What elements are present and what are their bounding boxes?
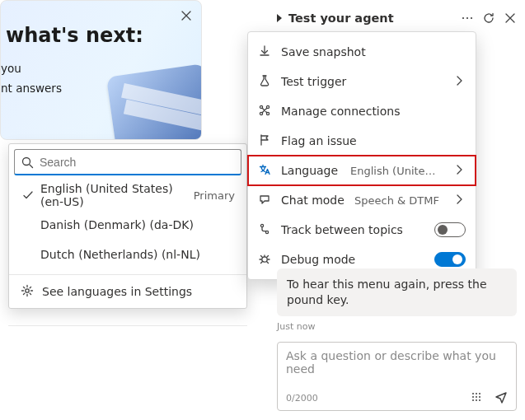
svg-point-1 [26,288,29,292]
menu-language[interactable]: Language English (United … [248,156,476,185]
panel-title: Test your agent [288,12,454,25]
test-agent-menu: Save snapshot Test trigger Manage connec… [247,31,476,280]
close-icon[interactable] [180,9,193,26]
see-languages-label: See languages in Settings [42,285,192,298]
language-option-tag: Primary [189,189,235,202]
language-option-label: English (United States) (en-US) [35,182,189,208]
flag-icon [258,133,271,149]
track-icon [258,222,271,238]
debug-mode-toggle[interactable] [434,252,466,267]
menu-test-trigger[interactable]: Test trigger [248,67,476,96]
language-current-value: English (United … [350,165,439,177]
svg-point-11 [262,256,267,261]
refresh-icon[interactable] [482,12,495,25]
svg-point-2 [462,17,464,19]
track-topics-toggle[interactable] [434,222,466,237]
chevron-right-icon [452,163,466,179]
download-icon [258,44,271,60]
chevron-right-icon [452,74,466,90]
check-icon [21,189,35,202]
search-icon [21,156,34,172]
bug-icon [258,252,271,268]
divider [8,325,247,326]
language-option[interactable]: Dutch (Netherlands) (nl-NL) [9,240,246,269]
language-option[interactable]: English (United States) (en-US) Primary [9,180,246,210]
chat-message: To hear this menu again, press the pound… [277,268,517,316]
chat-icon [258,193,271,208]
svg-point-18 [472,399,474,401]
see-languages-settings[interactable]: See languages in Settings [9,275,246,308]
chat-timestamp: Just now [277,321,517,332]
char-counter: 0/2000 [286,393,318,404]
gear-icon [21,284,34,300]
svg-point-0 [23,158,30,166]
keypad-icon[interactable] [470,390,483,407]
collapse-triangle-icon[interactable] [277,14,282,22]
whats-next-card: what's next: you nt answers [0,0,202,140]
send-icon[interactable] [495,390,508,407]
whats-next-heading: what's next: [6,24,201,47]
language-option[interactable]: Danish (Denmark) (da-DK) [9,210,246,240]
connections-icon [258,104,271,119]
language-option-label: Dutch (Netherlands) (nl-NL) [35,248,235,261]
svg-point-4 [471,17,472,19]
menu-chat-mode[interactable]: Chat mode Speech & DTMF [248,185,476,215]
svg-point-3 [466,17,468,19]
svg-point-16 [476,396,477,398]
svg-point-19 [476,399,477,401]
menu-track-topics[interactable]: Track between topics [248,215,476,245]
svg-point-17 [479,396,480,398]
chevron-right-icon [452,193,466,208]
language-list: English (United States) (en-US) Primary … [9,177,246,274]
menu-manage-connections[interactable]: Manage connections [248,96,476,126]
svg-point-13 [476,393,477,394]
card-illustration [106,63,202,140]
language-icon [258,163,271,179]
flask-icon [258,74,271,90]
chat-mode-value: Speech & DTMF [354,194,439,207]
svg-point-14 [479,393,480,394]
composer-placeholder[interactable]: Ask a question or describe what you need [286,349,508,382]
menu-flag-issue[interactable]: Flag an issue [248,126,476,156]
language-search-input[interactable] [14,149,241,175]
close-panel-icon[interactable] [504,12,517,25]
language-popup: English (United States) (en-US) Primary … [8,143,247,309]
menu-save-snapshot[interactable]: Save snapshot [248,37,476,67]
language-option-label: Danish (Denmark) (da-DK) [35,218,235,231]
svg-point-20 [479,399,480,401]
more-icon[interactable] [461,12,474,25]
svg-point-15 [472,396,474,398]
svg-point-12 [472,393,474,394]
chat-composer[interactable]: Ask a question or describe what you need… [277,342,517,411]
